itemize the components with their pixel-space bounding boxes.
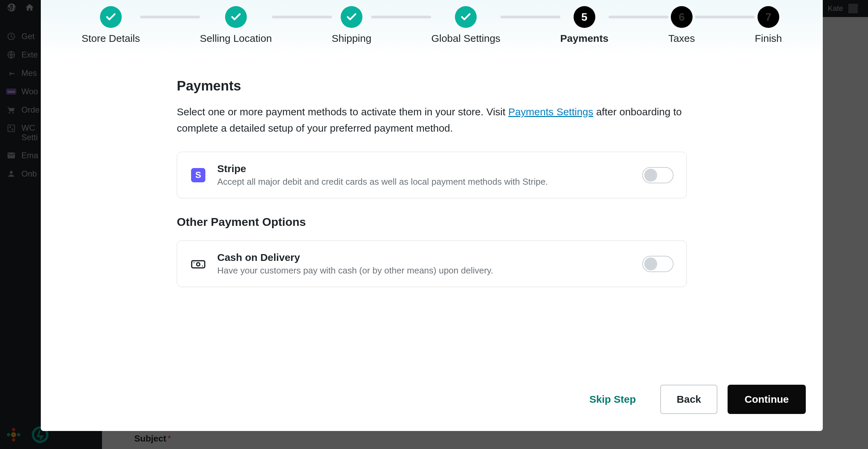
step-global-settings[interactable]: Global Settings bbox=[431, 6, 500, 44]
cash-icon bbox=[190, 256, 206, 272]
step-circle-completed bbox=[455, 6, 477, 28]
step-connector bbox=[140, 16, 200, 18]
toggle-knob bbox=[644, 169, 657, 182]
step-payments[interactable]: 5 Payments bbox=[560, 6, 609, 44]
payment-name: Cash on Delivery bbox=[217, 252, 631, 263]
cod-toggle[interactable] bbox=[642, 256, 674, 272]
step-circle-active: 5 bbox=[574, 6, 595, 28]
wizard-body: Payments Select one or more payment meth… bbox=[41, 54, 823, 375]
continue-button[interactable]: Continue bbox=[728, 385, 806, 414]
step-circle-pending: 7 bbox=[758, 6, 779, 28]
step-label: Selling Location bbox=[200, 33, 272, 44]
other-options-title: Other Payment Options bbox=[177, 215, 687, 229]
step-connector bbox=[371, 16, 431, 18]
back-button[interactable]: Back bbox=[660, 385, 717, 414]
check-icon bbox=[460, 11, 472, 23]
toggle-knob bbox=[644, 257, 657, 270]
step-label: Global Settings bbox=[431, 33, 500, 44]
step-label: Taxes bbox=[668, 33, 695, 44]
payment-info: Cash on Delivery Have your customers pay… bbox=[217, 252, 631, 276]
step-label: Store Details bbox=[82, 33, 140, 44]
wizard-footer: Skip Step Back Continue bbox=[41, 375, 823, 431]
step-finish[interactable]: 7 Finish bbox=[755, 6, 782, 44]
payment-description: Accept all major debit and credit cards … bbox=[217, 177, 631, 187]
step-connector bbox=[500, 16, 560, 18]
payment-info: Stripe Accept all major debit and credit… bbox=[217, 163, 631, 187]
payments-settings-link[interactable]: Payments Settings bbox=[508, 106, 593, 117]
payment-method-stripe: S Stripe Accept all major debit and cred… bbox=[177, 152, 687, 198]
stepper: Store Details Selling Location Shipping bbox=[82, 6, 782, 44]
step-taxes[interactable]: 6 Taxes bbox=[668, 6, 695, 44]
stripe-icon: S bbox=[190, 167, 206, 183]
step-circle-completed bbox=[100, 6, 122, 28]
check-icon bbox=[105, 11, 117, 23]
payment-description: Have your customers pay with cash (or by… bbox=[217, 265, 631, 276]
step-label: Payments bbox=[560, 33, 609, 44]
svg-rect-7 bbox=[192, 261, 205, 268]
step-label: Finish bbox=[755, 33, 782, 44]
stripe-toggle[interactable] bbox=[642, 167, 674, 183]
wizard-header: Store Details Selling Location Shipping bbox=[41, 0, 823, 54]
check-icon bbox=[230, 11, 242, 23]
step-circle-completed bbox=[225, 6, 247, 28]
step-label: Shipping bbox=[332, 33, 372, 44]
step-connector bbox=[695, 16, 755, 18]
step-store-details[interactable]: Store Details bbox=[82, 6, 140, 44]
payment-name: Stripe bbox=[217, 163, 631, 174]
step-circle-completed bbox=[341, 6, 362, 28]
section-description: Select one or more payment methods to ac… bbox=[177, 104, 687, 136]
svg-point-8 bbox=[197, 263, 200, 266]
setup-wizard-modal: Store Details Selling Location Shipping bbox=[41, 0, 823, 431]
step-selling-location[interactable]: Selling Location bbox=[200, 6, 272, 44]
check-icon bbox=[346, 11, 357, 23]
step-connector bbox=[272, 16, 332, 18]
step-shipping[interactable]: Shipping bbox=[332, 6, 372, 44]
step-connector bbox=[609, 16, 668, 18]
page-title: Payments bbox=[177, 78, 687, 94]
skip-step-button[interactable]: Skip Step bbox=[575, 385, 650, 414]
payment-method-cod: Cash on Delivery Have your customers pay… bbox=[177, 240, 687, 287]
step-circle-pending: 6 bbox=[671, 6, 693, 28]
